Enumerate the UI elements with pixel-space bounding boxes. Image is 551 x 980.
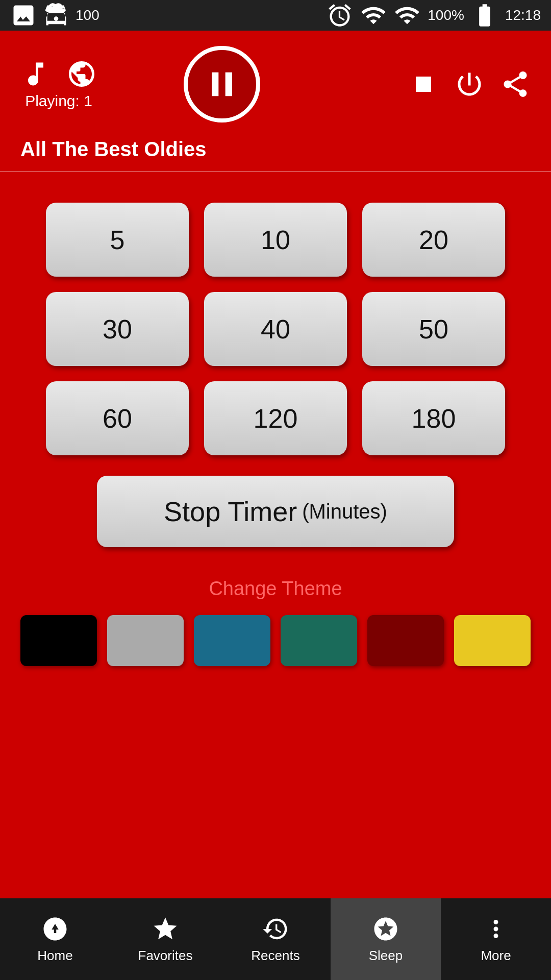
battery-icon [471, 2, 498, 29]
playing-label: Playing: 1 [25, 92, 92, 110]
sleep-nav-icon [372, 915, 399, 943]
nav-more[interactable]: More [441, 898, 551, 980]
more-nav-icon [482, 915, 510, 943]
signal-text: 100 [76, 7, 99, 23]
timer-60-button[interactable]: 60 [46, 381, 189, 455]
theme-swatch-teal[interactable] [281, 615, 357, 666]
more-nav-label: More [481, 948, 511, 964]
photo-icon [10, 2, 37, 29]
nav-recents[interactable]: Recents [220, 898, 331, 980]
recents-nav-label: Recents [251, 948, 299, 964]
main-content: 5 10 20 30 40 50 60 120 180 Stop Timer (… [0, 172, 551, 898]
stop-timer-button[interactable]: Stop Timer (Minutes) [97, 476, 454, 547]
stop-icon[interactable] [408, 69, 439, 100]
alarm-icon [327, 2, 353, 29]
battery-text: 100% [428, 7, 464, 23]
nav-home[interactable]: Home [0, 898, 110, 980]
time-text: 12:18 [505, 7, 541, 23]
theme-swatch-blue[interactable] [194, 615, 270, 666]
theme-swatch-gray[interactable] [107, 615, 184, 666]
theme-swatch-yellow[interactable] [454, 615, 531, 666]
signal-bars-icon [394, 2, 420, 29]
timer-10-button[interactable]: 10 [204, 203, 347, 277]
stop-timer-sublabel: (Minutes) [302, 500, 387, 523]
theme-colors [20, 615, 531, 666]
theme-swatch-black[interactable] [20, 615, 97, 666]
power-icon[interactable] [454, 69, 485, 100]
radio-icon [43, 2, 69, 29]
wifi-icon [360, 2, 387, 29]
top-bar: Playing: 1 All The Best Oldies [0, 31, 551, 171]
stop-timer-label: Stop Timer [164, 496, 297, 527]
top-right-controls [408, 69, 531, 100]
globe-icon[interactable] [66, 59, 97, 89]
station-name: All The Best Oldies [20, 138, 531, 161]
status-left: 100 [10, 2, 99, 29]
favorites-nav-icon [152, 915, 179, 943]
nav-sleep[interactable]: Sleep [331, 898, 441, 980]
bottom-nav: Home Favorites Recents Sleep More [0, 898, 551, 980]
timer-grid: 5 10 20 30 40 50 60 120 180 [46, 203, 505, 455]
top-left-controls: Playing: 1 [20, 59, 97, 110]
theme-swatch-darkred[interactable] [367, 615, 444, 666]
timer-30-button[interactable]: 30 [46, 292, 189, 366]
pause-icon [202, 64, 242, 105]
timer-20-button[interactable]: 20 [362, 203, 505, 277]
nav-favorites[interactable]: Favorites [110, 898, 220, 980]
timer-120-button[interactable]: 120 [204, 381, 347, 455]
sleep-nav-label: Sleep [369, 948, 403, 964]
share-icon[interactable] [500, 69, 531, 100]
status-right: 100% 12:18 [327, 2, 541, 29]
timer-50-button[interactable]: 50 [362, 292, 505, 366]
timer-40-button[interactable]: 40 [204, 292, 347, 366]
home-nav-icon [41, 915, 69, 943]
status-bar: 100 100% 12:18 [0, 0, 551, 31]
recents-nav-icon [262, 915, 289, 943]
timer-180-button[interactable]: 180 [362, 381, 505, 455]
pause-button[interactable] [184, 46, 260, 122]
top-controls: Playing: 1 [20, 46, 531, 122]
music-note-icon[interactable] [20, 59, 51, 89]
change-theme-label: Change Theme [209, 578, 342, 600]
home-nav-label: Home [37, 948, 72, 964]
timer-5-button[interactable]: 5 [46, 203, 189, 277]
favorites-nav-label: Favorites [138, 948, 193, 964]
